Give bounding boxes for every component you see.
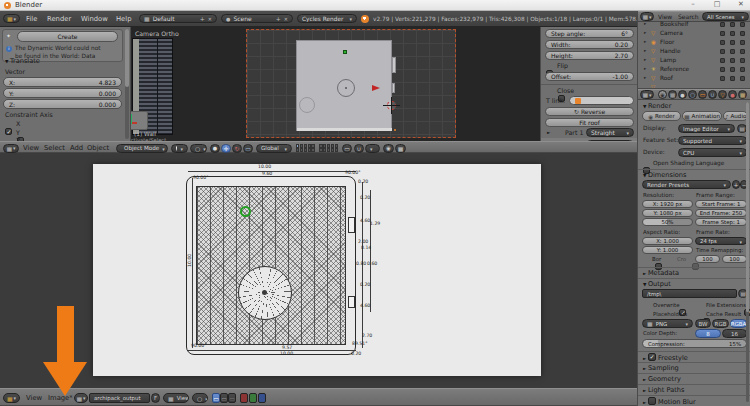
shading-dropdown[interactable] — [171, 144, 188, 153]
tab-data-icon[interactable] — [718, 90, 727, 99]
metadata-panel-header[interactable]: Metadata — [643, 269, 679, 277]
snap-mode-dropdown[interactable] — [365, 144, 380, 153]
reference-arrow[interactable] — [372, 85, 380, 91]
visibility-toggle-icon[interactable] — [720, 58, 725, 63]
channel-r-button[interactable] — [240, 393, 248, 403]
feature-set-dropdown[interactable]: Supported — [678, 136, 747, 145]
offset-field[interactable]: Offset:-1.00 — [545, 72, 634, 81]
image-datablock-field[interactable]: archipack_output — [89, 393, 150, 403]
vector-z-field[interactable]: Z:0.000 — [3, 99, 122, 109]
remap-new-field[interactable]: 100 — [722, 255, 747, 263]
visibility-toggle-icon[interactable] — [720, 22, 725, 27]
translate-manipulator-button[interactable] — [221, 144, 231, 153]
rotate-manipulator-button[interactable] — [232, 144, 242, 153]
tab-texture-icon[interactable] — [738, 90, 747, 99]
renderability-toggle-icon[interactable] — [740, 49, 745, 54]
delete-layout-icon[interactable] — [208, 15, 212, 22]
snap-magnet-button[interactable] — [354, 144, 364, 153]
viewport-3d[interactable]: Camera Ortho (1) Wall Last: Activate/Sel… — [131, 27, 540, 141]
render-opengl-button[interactable] — [383, 144, 394, 153]
light-paths-panel-header[interactable]: Light Paths — [643, 386, 684, 394]
lock-origin-button[interactable] — [342, 144, 352, 153]
maximize-button[interactable]: □ — [708, 0, 726, 8]
channel-b-button[interactable] — [258, 393, 266, 403]
pivot-dropdown[interactable] — [190, 144, 207, 153]
constraint-x-checkbox[interactable] — [5, 128, 12, 135]
menu-render[interactable]: Render — [47, 15, 71, 23]
animation-button[interactable]: Animation — [682, 111, 722, 121]
sampling-panel-header[interactable]: Sampling — [643, 364, 679, 372]
resolution-percentage-slider[interactable]: 50% — [642, 218, 693, 226]
editor-type-info-button[interactable] — [3, 14, 20, 23]
height-field[interactable]: Height:2.70 — [545, 51, 634, 60]
display-dropdown[interactable]: Image Editor — [678, 124, 735, 133]
output-path-field[interactable]: /tmp\ — [642, 289, 737, 298]
scale-manipulator-button[interactable] — [243, 144, 253, 153]
reverse-button[interactable]: Reverse — [545, 107, 634, 116]
tab-render-icon[interactable] — [658, 90, 667, 99]
minimize-button[interactable]: – — [684, 0, 702, 8]
start-frame-field[interactable]: Start Frame: 1 — [695, 200, 747, 208]
selectability-toggle-icon[interactable] — [730, 67, 735, 72]
editor-type-properties-button[interactable] — [640, 90, 654, 99]
create-button[interactable]: Create — [17, 31, 118, 42]
selectability-toggle-icon[interactable] — [730, 40, 735, 45]
device-dropdown[interactable]: CPU — [678, 148, 747, 157]
renderability-toggle-icon[interactable] — [740, 58, 745, 63]
tab-world-icon[interactable] — [688, 90, 697, 99]
view3d-menu-select[interactable]: Select — [44, 144, 65, 152]
preset-add-button[interactable] — [732, 180, 740, 189]
renderability-toggle-icon[interactable] — [740, 22, 745, 27]
width-field[interactable]: Width:0.20 — [545, 40, 634, 49]
image-view-dropdown[interactable]: View — [163, 393, 189, 403]
render-engine-selector[interactable]: Cycles Render — [297, 14, 357, 23]
image-menu-view[interactable]: View — [26, 394, 42, 402]
screen-layout-selector[interactable]: Default — [139, 14, 217, 23]
add-scene-icon[interactable] — [276, 15, 281, 22]
editor-type-3dview-button[interactable] — [3, 144, 19, 153]
outliner-row-camera[interactable]: ▸ Camera — [638, 29, 750, 38]
pivot-point-dropdown[interactable] — [192, 393, 208, 403]
renderability-toggle-icon[interactable] — [740, 31, 745, 36]
freestyle-checkbox[interactable] — [648, 353, 656, 361]
depth-16-button[interactable]: 16 — [722, 329, 747, 338]
visibility-toggle-icon[interactable] — [720, 49, 725, 54]
render-panel-header[interactable]: Render — [643, 102, 671, 110]
tab-material-icon[interactable] — [728, 90, 737, 99]
menu-file[interactable]: File — [26, 15, 37, 23]
outliner-row-lamp[interactable]: ▸ Lamp — [638, 56, 750, 65]
vector-x-field[interactable]: X:4.823 — [3, 77, 122, 87]
resolution-y-field[interactable]: Y: 1080 px — [642, 209, 693, 217]
selectability-toggle-icon[interactable] — [730, 58, 735, 63]
add-layout-icon[interactable] — [200, 15, 205, 22]
renderability-toggle-icon[interactable] — [740, 76, 745, 81]
layers-widget[interactable] — [296, 144, 338, 152]
geometry-panel-header[interactable]: Geometry — [643, 375, 681, 383]
channels-rgba-button[interactable]: RGBA — [730, 319, 747, 328]
selectability-toggle-icon[interactable] — [730, 76, 735, 81]
tab-render-layers-icon[interactable] — [668, 90, 677, 99]
outliner-menu-search[interactable]: Search — [678, 13, 699, 20]
visibility-toggle-icon[interactable] — [720, 40, 725, 45]
properties-scrollbar-thumb[interactable] — [746, 102, 749, 312]
audio-button[interactable]: Audio — [723, 111, 748, 121]
resolution-x-field[interactable]: X: 1920 px — [642, 200, 693, 208]
tab-modifiers-icon[interactable] — [708, 90, 717, 99]
outliner-row-floor[interactable]: ▸ Floor — [638, 38, 750, 47]
channel-alpha-button[interactable] — [220, 393, 228, 403]
translate-panel-header[interactable]: Translate — [5, 57, 40, 65]
output-panel-header[interactable]: Output — [643, 280, 671, 288]
visibility-toggle-icon[interactable] — [720, 67, 725, 72]
close-button[interactable]: ✕ — [732, 0, 750, 8]
outliner-row-reference[interactable]: ▸ Reference — [638, 65, 750, 74]
frame-step-field[interactable]: Frame Step: 1 — [695, 218, 747, 226]
render-opengl-anim-button[interactable] — [395, 144, 406, 153]
channel-z-button[interactable] — [228, 393, 236, 403]
mode-dropdown[interactable]: Object Mode — [116, 144, 168, 153]
view3d-menu-view[interactable]: View — [23, 144, 39, 152]
selectability-toggle-icon[interactable] — [730, 49, 735, 54]
fit-roof-button[interactable]: Fit roof — [545, 118, 634, 127]
delete-scene-icon[interactable] — [284, 15, 288, 22]
channels-bw-button[interactable]: BW — [695, 319, 711, 328]
render-presets-dropdown[interactable]: Render Presets — [642, 180, 731, 189]
